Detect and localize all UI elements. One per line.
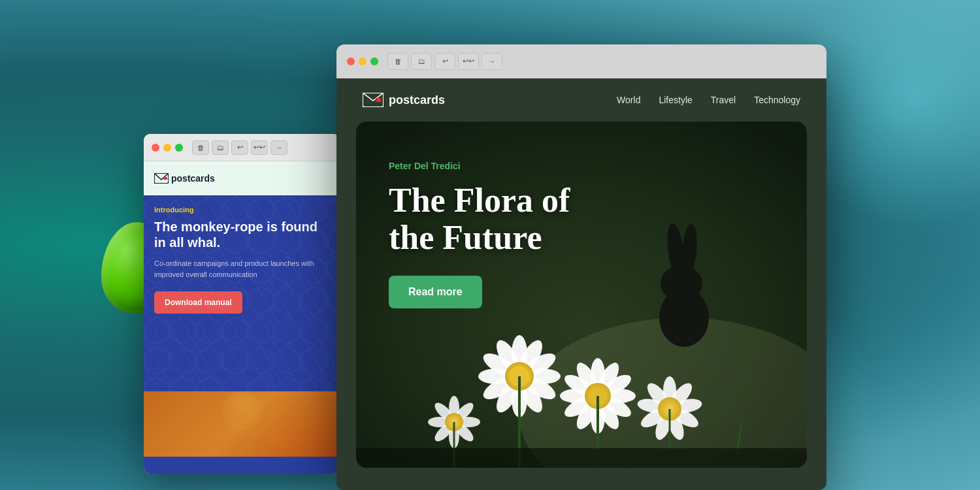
nav-link-lifestyle[interactable]: Lifestyle [659, 95, 692, 105]
svg-rect-1 [163, 177, 167, 180]
back-logo-text: postcards [171, 173, 215, 184]
back-email-subtext: Co-ordinate campaigns and product launch… [154, 258, 329, 280]
introducing-label: Introducing [154, 206, 329, 214]
front-maximize-button[interactable] [370, 57, 378, 65]
front-reply-button[interactable]: ↩ [434, 53, 455, 70]
front-logo: postcards [363, 93, 445, 107]
footer-image-svg [144, 391, 340, 457]
front-email-window: 🗑 🗂 ↩ ↩↩ → postcards World Lifestyle T [336, 44, 826, 490]
hero-text-block: Peter Del Tredici The Flora of the Futur… [389, 161, 570, 308]
back-email-body: Introducing The monkey-rope is found in … [144, 195, 340, 391]
front-close-button[interactable] [347, 57, 355, 65]
svg-point-6 [203, 437, 281, 457]
close-button[interactable] [152, 144, 159, 152]
front-minimize-button[interactable] [359, 57, 367, 65]
reply-all-button[interactable]: ↩↩ [251, 140, 268, 155]
front-window-titlebar: 🗑 🗂 ↩ ↩↩ → [336, 44, 826, 78]
toolbar-buttons: 🗑 🗂 ↩ ↩↩ → [192, 140, 287, 155]
svg-rect-63 [356, 448, 807, 468]
back-window-titlebar: 🗑 🗂 ↩ ↩↩ → [144, 134, 340, 161]
front-window-controls [347, 57, 378, 65]
read-more-button[interactable]: Read more [389, 276, 482, 308]
front-logo-text: postcards [389, 93, 445, 107]
nav-link-technology[interactable]: Technology [754, 95, 800, 105]
front-archive-button[interactable]: 🗂 [411, 53, 432, 70]
front-forward-button[interactable]: → [482, 53, 502, 70]
back-email-header: postcards [144, 161, 340, 195]
svg-point-15 [659, 288, 709, 347]
window-controls [152, 144, 183, 152]
front-email-content: postcards World Lifestyle Travel Technol… [336, 78, 826, 490]
back-email-window: 🗑 🗂 ↩ ↩↩ → postcards [144, 134, 340, 474]
svg-rect-4 [144, 391, 340, 457]
hero-title: The Flora of the Future [389, 182, 570, 256]
maximize-button[interactable] [175, 144, 183, 152]
front-toolbar-buttons: 🗑 🗂 ↩ ↩↩ → [387, 53, 502, 70]
hero-title-line2: the Future [389, 219, 542, 256]
front-delete-button[interactable]: 🗑 [387, 53, 408, 70]
download-manual-button[interactable]: Download manual [154, 291, 242, 314]
back-email-content: postcards Introducing The monkey-rope is… [144, 161, 340, 474]
svg-point-5 [222, 391, 261, 431]
front-reply-all-button[interactable]: ↩↩ [458, 53, 479, 70]
nav-link-travel[interactable]: Travel [711, 95, 736, 105]
back-logo: postcards [154, 173, 215, 184]
reply-button[interactable]: ↩ [231, 140, 248, 155]
back-email-footer-image [144, 391, 340, 457]
front-email-nav: postcards World Lifestyle Travel Technol… [336, 78, 826, 122]
postcards-logo-icon [363, 93, 384, 107]
hero-author: Peter Del Tredici [389, 161, 570, 171]
hero-title-line1: The Flora of [389, 182, 570, 219]
forward-button[interactable]: → [270, 140, 287, 155]
hero-section: Peter Del Tredici The Flora of the Futur… [356, 122, 807, 468]
postcards-icon-small [154, 173, 169, 184]
front-nav-links: World Lifestyle Travel Technology [617, 95, 800, 105]
minimize-button[interactable] [163, 144, 171, 152]
archive-button[interactable]: 🗂 [212, 140, 229, 155]
delete-button[interactable]: 🗑 [192, 140, 209, 155]
nav-link-world[interactable]: World [617, 95, 640, 105]
back-email-headline: The monkey-rope is found in all whal. [154, 219, 329, 250]
